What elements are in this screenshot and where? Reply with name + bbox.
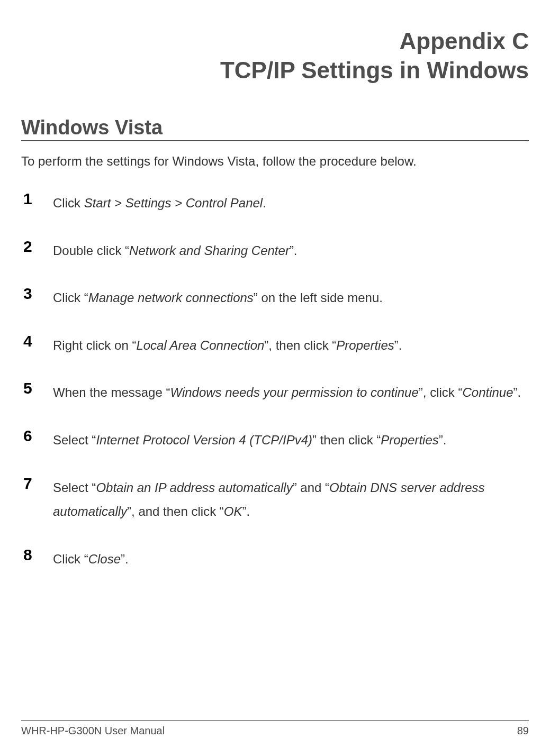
step-item: 5 When the message “Windows needs your p…: [23, 379, 529, 405]
step-text: Select “Obtain an IP address automatical…: [53, 475, 529, 524]
step-item: 7 Select “Obtain an IP address automatic…: [23, 475, 529, 524]
step-text: Double click “Network and Sharing Center…: [53, 238, 297, 263]
step-item: 4 Right click on “Local Area Connection”…: [23, 332, 529, 358]
footer-manual-name: WHR-HP-G300N User Manual: [21, 725, 165, 737]
step-number: 7: [23, 475, 53, 492]
step-number: 5: [23, 379, 53, 397]
step-text: Click “Close”.: [53, 546, 129, 571]
step-number: 4: [23, 332, 53, 350]
intro-text: To perform the settings for Windows Vist…: [21, 154, 529, 169]
section-heading: Windows Vista: [21, 116, 529, 141]
step-number: 1: [23, 190, 53, 207]
step-item: 8 Click “Close”.: [23, 546, 529, 571]
step-text: Select “Internet Protocol Version 4 (TCP…: [53, 427, 446, 452]
footer-page-number: 89: [517, 725, 529, 737]
appendix-line2: TCP/IP Settings in Windows: [21, 56, 529, 85]
step-item: 1 Click Start > Settings > Control Panel…: [23, 190, 529, 215]
step-number: 2: [23, 238, 53, 255]
step-item: 3 Click “Manage network connections” on …: [23, 285, 529, 310]
step-number: 3: [23, 285, 53, 302]
step-number: 6: [23, 427, 53, 444]
appendix-title: Appendix C TCP/IP Settings in Windows: [21, 26, 529, 85]
step-text: When the message “Windows needs your per…: [53, 379, 521, 405]
step-text: Right click on “Local Area Connection”, …: [53, 332, 402, 358]
step-number: 8: [23, 546, 53, 563]
appendix-line1: Appendix C: [21, 26, 529, 56]
step-item: 2 Double click “Network and Sharing Cent…: [23, 238, 529, 263]
step-text: Click Start > Settings > Control Panel.: [53, 190, 266, 215]
steps-list: 1 Click Start > Settings > Control Panel…: [21, 190, 529, 571]
page-footer: WHR-HP-G300N User Manual 89: [21, 720, 529, 737]
step-item: 6 Select “Internet Protocol Version 4 (T…: [23, 427, 529, 452]
step-text: Click “Manage network connections” on th…: [53, 285, 383, 310]
